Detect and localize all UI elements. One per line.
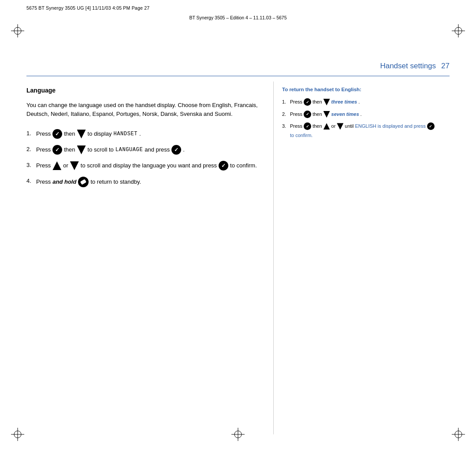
page: 5675 BT Synergy 3505 UG [4] 11/11/03 4:0…	[0, 0, 476, 452]
list-item: 1. Press then to display HANDSET .	[26, 129, 267, 139]
end-button-icon	[78, 177, 89, 187]
page-number: 27	[441, 62, 450, 70]
check-button-icon	[219, 161, 228, 170]
section-intro: You can change the language used on the …	[26, 101, 267, 119]
right-column: To return the handset to English: 1. Pre…	[282, 82, 450, 144]
check-button-icon	[304, 122, 311, 130]
check-button-icon	[427, 122, 435, 130]
left-column: Language You can change the language use…	[26, 82, 267, 193]
step-number: 4.	[26, 177, 33, 185]
sidebar-title: To return the handset to English:	[282, 87, 450, 92]
instruction-list: 1. Press then to display HANDSET . 2. Pr…	[26, 129, 267, 187]
step-text: to return to standby.	[90, 178, 141, 187]
sidebar-list: 1. Press then three times . 2. Press the…	[282, 98, 450, 139]
step-content: Press or to scroll and display the langu…	[36, 161, 257, 170]
crosshair-bottom-right	[452, 428, 465, 441]
step-number: 2.	[26, 145, 33, 154]
step-text: then	[64, 130, 75, 139]
step-text: Press	[36, 145, 51, 155]
crosshair-bottom-left	[11, 428, 24, 441]
check-button-icon	[304, 111, 311, 118]
step-text: to display	[88, 130, 112, 139]
step-text: .	[358, 98, 360, 106]
down-button-icon	[77, 145, 86, 154]
step-text: then	[312, 122, 322, 130]
step-text: to scroll and display the language you w…	[81, 161, 217, 170]
down-button-icon	[337, 123, 343, 130]
step-text: or	[63, 161, 68, 170]
step-number: 3.	[26, 161, 33, 170]
step-text: .	[139, 130, 141, 139]
step-text: Press	[36, 178, 51, 187]
check-button-icon	[304, 98, 311, 106]
step-content: Press then or until ENGLISH is displayed…	[290, 122, 450, 139]
list-item: 1. Press then three times .	[282, 98, 450, 106]
page-title-area: Handset settings 27	[380, 62, 450, 70]
step-text-italic: three times	[331, 98, 357, 106]
vertical-divider	[273, 82, 274, 434]
step-text: .	[183, 145, 185, 155]
check-button-icon	[52, 145, 62, 155]
step-number: 1.	[282, 98, 288, 106]
step-number: 3.	[282, 122, 288, 130]
list-item: 2. Press then seven times .	[282, 111, 450, 119]
crosshair-bottom-center	[231, 428, 245, 441]
step-text: to scroll to	[88, 145, 114, 155]
header-top: 5675 BT Synergy 3505 UG [4] 11/11/03 4:0…	[26, 5, 450, 11]
step-text-italic: seven times	[331, 111, 359, 119]
display-text: LANGUAGE	[115, 146, 143, 154]
step-text: .	[361, 111, 362, 119]
list-item: 3. Press or to scroll and display the la…	[26, 161, 267, 170]
down-button-icon	[324, 111, 330, 118]
step-text: Press	[36, 161, 51, 170]
up-button-icon	[324, 123, 330, 130]
step-text: then	[64, 145, 75, 155]
crosshair-top-right	[452, 24, 465, 37]
step-text: Press	[290, 122, 302, 130]
step-text: or	[331, 122, 336, 130]
step-content: Press then three times .	[290, 98, 360, 106]
step-text-bold: and hold	[52, 178, 76, 187]
check-button-icon	[171, 145, 181, 155]
header-top-left: 5675 BT Synergy 3505 UG [4] 11/11/03 4:0…	[26, 5, 149, 11]
title-rule	[26, 76, 450, 76]
step-text: Press	[36, 130, 51, 139]
step-number: 2.	[282, 111, 288, 118]
down-button-icon	[324, 99, 330, 105]
step-content: Press and hold to return to standby.	[36, 177, 141, 187]
section-title: Language	[26, 87, 267, 94]
down-button-icon	[70, 161, 79, 170]
step-text-blue: to confirm.	[290, 132, 312, 140]
up-button-icon	[52, 161, 61, 170]
down-button-icon	[77, 130, 86, 138]
step-text-blue: ENGLISH is displayed and press	[355, 122, 426, 130]
header-subtitle: BT Synergy 3505 – Edition 4 – 11.11.03 –…	[0, 15, 476, 20]
step-text: Press	[290, 111, 302, 119]
step-number: 1.	[26, 129, 33, 138]
page-title: Handset settings	[380, 62, 436, 70]
step-content: Press then to scroll to LANGUAGE and pre…	[36, 145, 185, 155]
crosshair-top-left	[11, 24, 24, 37]
step-content: Press then seven times .	[290, 111, 362, 119]
step-text: Press	[290, 98, 302, 106]
step-text: to confirm.	[230, 161, 257, 170]
list-item: 3. Press then or until ENGLISH is displa…	[282, 122, 450, 139]
step-text: until	[345, 122, 353, 130]
step-text: then	[312, 98, 322, 106]
list-item: 4. Press and hold to return to standby.	[26, 177, 267, 187]
check-button-icon	[52, 129, 62, 139]
step-content: Press then to display HANDSET .	[36, 129, 141, 139]
list-item: 2. Press then to scroll to LANGUAGE and …	[26, 145, 267, 155]
step-text: then	[312, 111, 322, 119]
step-text: and press	[145, 145, 170, 155]
display-text: HANDSET	[113, 130, 138, 138]
